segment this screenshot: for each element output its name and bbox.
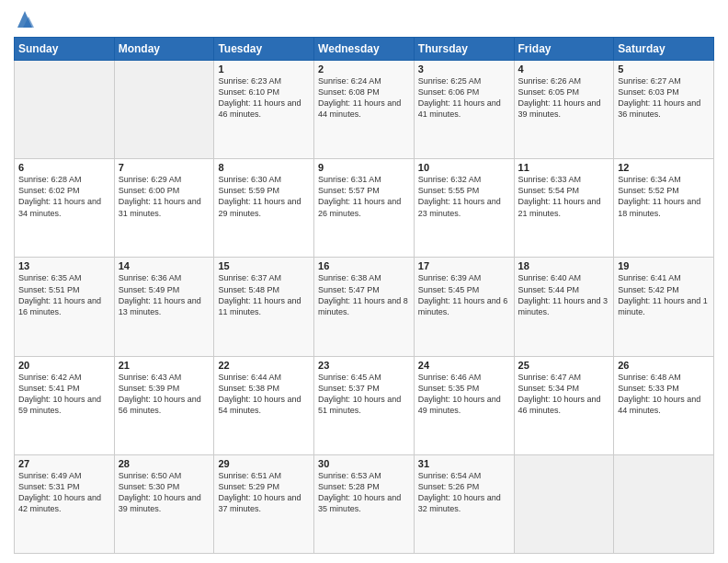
day-info: Sunrise: 6:23 AMSunset: 6:10 PMDaylight:… [218,76,301,119]
weekday-header: Saturday [614,38,714,61]
calendar-cell: 18Sunrise: 6:40 AMSunset: 5:44 PMDayligh… [514,258,614,356]
calendar-cell: 6Sunrise: 6:28 AMSunset: 6:02 PMDaylight… [15,159,115,258]
day-info: Sunrise: 6:46 AMSunset: 5:35 PMDaylight:… [418,373,501,415]
weekday-header: Thursday [414,38,514,61]
day-number: 18 [518,260,610,271]
day-info: Sunrise: 6:53 AMSunset: 5:28 PMDaylight:… [318,471,401,513]
day-info: Sunrise: 6:29 AMSunset: 6:00 PMDaylight:… [119,175,201,217]
day-info: Sunrise: 6:25 AMSunset: 6:06 PMDaylight:… [418,76,501,119]
day-info: Sunrise: 6:26 AMSunset: 6:05 PMDaylight:… [518,76,601,119]
day-number: 3 [418,63,510,75]
weekday-header: Friday [514,38,614,61]
calendar-week-row: 27Sunrise: 6:49 AMSunset: 5:31 PMDayligh… [15,454,714,553]
calendar-cell: 17Sunrise: 6:39 AMSunset: 5:45 PMDayligh… [414,258,514,356]
day-info: Sunrise: 6:45 AMSunset: 5:37 PMDaylight:… [318,373,401,415]
calendar-cell [514,454,614,553]
day-number: 16 [318,260,410,271]
weekday-header: Wednesday [314,38,415,61]
calendar-cell: 8Sunrise: 6:30 AMSunset: 5:59 PMDaylight… [214,159,314,258]
day-info: Sunrise: 6:44 AMSunset: 5:38 PMDaylight:… [218,373,301,415]
day-info: Sunrise: 6:48 AMSunset: 5:33 PMDaylight:… [618,373,700,415]
calendar-cell: 7Sunrise: 6:29 AMSunset: 6:00 PMDaylight… [114,159,214,258]
day-number: 2 [318,63,410,75]
calendar-cell: 27Sunrise: 6:49 AMSunset: 5:31 PMDayligh… [15,454,115,553]
calendar-cell: 3Sunrise: 6:25 AMSunset: 6:06 PMDaylight… [414,61,514,159]
calendar-week-row: 6Sunrise: 6:28 AMSunset: 6:02 PMDaylight… [15,159,714,258]
day-info: Sunrise: 6:43 AMSunset: 5:39 PMDaylight:… [119,373,201,415]
day-info: Sunrise: 6:32 AMSunset: 5:55 PMDaylight:… [418,175,501,217]
day-number: 14 [119,260,210,271]
day-number: 13 [18,260,110,271]
day-number: 19 [618,260,710,271]
calendar-cell: 11Sunrise: 6:33 AMSunset: 5:54 PMDayligh… [514,159,614,258]
day-number: 27 [18,458,110,469]
day-number: 12 [618,162,710,173]
logo-icon [16,9,34,31]
day-info: Sunrise: 6:39 AMSunset: 5:45 PMDaylight:… [418,273,508,316]
calendar-cell: 9Sunrise: 6:31 AMSunset: 5:57 PMDaylight… [314,159,415,258]
calendar-cell: 16Sunrise: 6:38 AMSunset: 5:47 PMDayligh… [314,258,415,356]
day-number: 21 [119,360,210,371]
day-info: Sunrise: 6:50 AMSunset: 5:30 PMDaylight:… [119,471,201,513]
calendar-cell: 26Sunrise: 6:48 AMSunset: 5:33 PMDayligh… [614,356,714,454]
day-number: 24 [418,360,510,371]
day-number: 26 [618,360,710,371]
calendar-cell: 5Sunrise: 6:27 AMSunset: 6:03 PMDaylight… [614,61,714,159]
calendar-cell: 31Sunrise: 6:54 AMSunset: 5:26 PMDayligh… [414,454,514,553]
calendar-cell: 15Sunrise: 6:37 AMSunset: 5:48 PMDayligh… [214,258,314,356]
day-number: 20 [18,360,110,371]
calendar-cell: 20Sunrise: 6:42 AMSunset: 5:41 PMDayligh… [15,356,115,454]
calendar-header-row: SundayMondayTuesdayWednesdayThursdayFrid… [15,38,714,61]
weekday-header: Tuesday [214,38,314,61]
day-number: 7 [119,162,210,173]
day-number: 28 [119,458,210,469]
day-info: Sunrise: 6:47 AMSunset: 5:34 PMDaylight:… [518,373,601,415]
day-info: Sunrise: 6:35 AMSunset: 5:51 PMDaylight:… [18,273,101,316]
day-number: 29 [218,458,310,469]
calendar-cell: 23Sunrise: 6:45 AMSunset: 5:37 PMDayligh… [314,356,415,454]
calendar-cell: 28Sunrise: 6:50 AMSunset: 5:30 PMDayligh… [114,454,214,553]
day-number: 11 [518,162,610,173]
calendar-week-row: 1Sunrise: 6:23 AMSunset: 6:10 PMDaylight… [15,61,714,159]
day-info: Sunrise: 6:38 AMSunset: 5:47 PMDaylight:… [318,273,408,316]
calendar-cell: 24Sunrise: 6:46 AMSunset: 5:35 PMDayligh… [414,356,514,454]
day-info: Sunrise: 6:40 AMSunset: 5:44 PMDaylight:… [518,273,609,316]
day-number: 31 [418,458,510,469]
calendar-week-row: 13Sunrise: 6:35 AMSunset: 5:51 PMDayligh… [15,258,714,356]
day-info: Sunrise: 6:34 AMSunset: 5:52 PMDaylight:… [618,175,700,217]
calendar-cell: 14Sunrise: 6:36 AMSunset: 5:49 PMDayligh… [114,258,214,356]
day-number: 17 [418,260,510,271]
day-info: Sunrise: 6:54 AMSunset: 5:26 PMDaylight:… [418,471,501,513]
day-info: Sunrise: 6:42 AMSunset: 5:41 PMDaylight:… [18,373,101,415]
calendar-cell: 13Sunrise: 6:35 AMSunset: 5:51 PMDayligh… [15,258,115,356]
day-number: 23 [318,360,410,371]
day-info: Sunrise: 6:27 AMSunset: 6:03 PMDaylight:… [618,76,700,119]
day-number: 30 [318,458,410,469]
day-number: 4 [518,63,610,75]
day-info: Sunrise: 6:36 AMSunset: 5:49 PMDaylight:… [119,273,201,316]
day-info: Sunrise: 6:24 AMSunset: 6:08 PMDaylight:… [318,76,401,119]
day-info: Sunrise: 6:41 AMSunset: 5:42 PMDaylight:… [618,273,708,316]
calendar-cell [114,61,214,159]
calendar-cell: 25Sunrise: 6:47 AMSunset: 5:34 PMDayligh… [514,356,614,454]
calendar-cell: 10Sunrise: 6:32 AMSunset: 5:55 PMDayligh… [414,159,514,258]
calendar-cell: 19Sunrise: 6:41 AMSunset: 5:42 PMDayligh… [614,258,714,356]
calendar-table: SundayMondayTuesdayWednesdayThursdayFrid… [14,37,714,554]
calendar-cell: 4Sunrise: 6:26 AMSunset: 6:05 PMDaylight… [514,61,614,159]
day-number: 6 [18,162,110,173]
day-info: Sunrise: 6:31 AMSunset: 5:57 PMDaylight:… [318,175,401,217]
weekday-header: Monday [114,38,214,61]
day-number: 1 [218,63,310,75]
day-info: Sunrise: 6:51 AMSunset: 5:29 PMDaylight:… [218,471,301,513]
calendar-cell: 29Sunrise: 6:51 AMSunset: 5:29 PMDayligh… [214,454,314,553]
calendar-cell: 30Sunrise: 6:53 AMSunset: 5:28 PMDayligh… [314,454,415,553]
day-info: Sunrise: 6:33 AMSunset: 5:54 PMDaylight:… [518,175,601,217]
day-number: 9 [318,162,410,173]
calendar-cell: 12Sunrise: 6:34 AMSunset: 5:52 PMDayligh… [614,159,714,258]
logo [14,9,34,29]
day-number: 5 [618,63,710,75]
calendar-week-row: 20Sunrise: 6:42 AMSunset: 5:41 PMDayligh… [15,356,714,454]
calendar-cell: 21Sunrise: 6:43 AMSunset: 5:39 PMDayligh… [114,356,214,454]
weekday-header: Sunday [15,38,115,61]
day-number: 25 [518,360,610,371]
